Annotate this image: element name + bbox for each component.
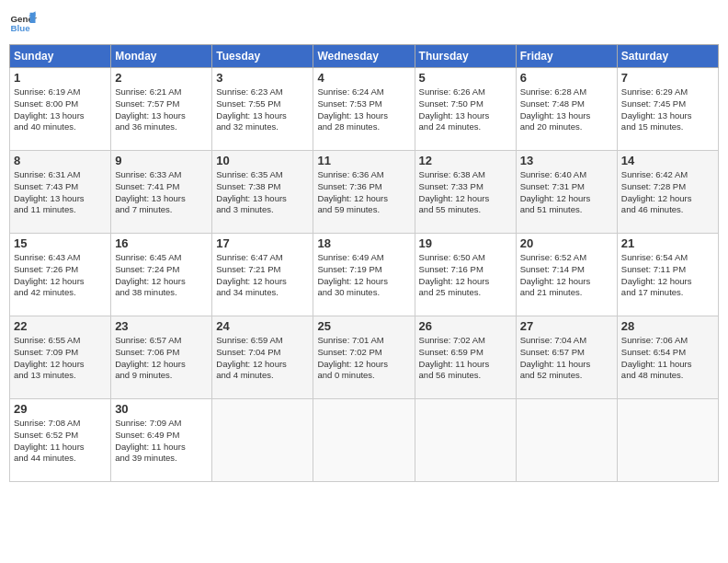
weekday-header-saturday: Saturday: [617, 45, 718, 68]
calendar-cell: 14 Sunrise: 6:42 AM Sunset: 7:28 PM Dayl…: [617, 151, 718, 234]
calendar-cell: 18 Sunrise: 6:49 AM Sunset: 7:19 PM Dayl…: [313, 234, 415, 316]
calendar-cell: 2 Sunrise: 6:21 AM Sunset: 7:57 PM Dayli…: [111, 68, 212, 151]
day-number: 4: [317, 71, 410, 85]
day-number: 18: [317, 236, 410, 250]
calendar-cell: 8 Sunrise: 6:31 AM Sunset: 7:43 PM Dayli…: [10, 151, 111, 234]
day-number: 12: [419, 154, 512, 167]
day-info: Sunrise: 7:06 AM Sunset: 6:54 PM Dayligh…: [621, 335, 714, 382]
day-number: 24: [216, 319, 309, 333]
calendar-table: SundayMondayTuesdayWednesdayThursdayFrid…: [9, 44, 719, 482]
calendar-cell: 9 Sunrise: 6:33 AM Sunset: 7:41 PM Dayli…: [111, 151, 212, 234]
calendar-cell: 19 Sunrise: 6:50 AM Sunset: 7:16 PM Dayl…: [415, 234, 516, 316]
calendar-cell: [415, 399, 516, 482]
calendar-cell: [617, 399, 718, 482]
day-number: 16: [115, 236, 208, 250]
calendar-cell: 17 Sunrise: 6:47 AM Sunset: 7:21 PM Dayl…: [212, 234, 313, 316]
day-info: Sunrise: 6:21 AM Sunset: 7:57 PM Dayligh…: [115, 86, 208, 133]
day-number: 20: [520, 236, 613, 250]
day-number: 29: [14, 402, 107, 416]
day-info: Sunrise: 6:59 AM Sunset: 7:04 PM Dayligh…: [216, 335, 309, 382]
day-info: Sunrise: 6:36 AM Sunset: 7:36 PM Dayligh…: [317, 169, 410, 216]
day-number: 25: [317, 319, 410, 333]
day-info: Sunrise: 7:08 AM Sunset: 6:52 PM Dayligh…: [14, 418, 107, 465]
day-info: Sunrise: 6:52 AM Sunset: 7:14 PM Dayligh…: [520, 252, 613, 299]
day-info: Sunrise: 6:47 AM Sunset: 7:21 PM Dayligh…: [216, 252, 309, 299]
day-info: Sunrise: 6:50 AM Sunset: 7:16 PM Dayligh…: [419, 252, 512, 299]
day-info: Sunrise: 6:49 AM Sunset: 7:19 PM Dayligh…: [317, 252, 410, 299]
weekday-header-friday: Friday: [516, 45, 617, 68]
calendar-cell: 25 Sunrise: 7:01 AM Sunset: 7:02 PM Dayl…: [313, 316, 415, 399]
day-number: 7: [621, 71, 714, 85]
day-number: 28: [621, 319, 714, 333]
weekday-header-wednesday: Wednesday: [313, 45, 415, 68]
day-number: 17: [216, 236, 309, 250]
day-number: 14: [621, 154, 714, 167]
day-number: 22: [14, 319, 107, 333]
calendar-cell: 15 Sunrise: 6:43 AM Sunset: 7:26 PM Dayl…: [10, 234, 111, 316]
day-info: Sunrise: 6:43 AM Sunset: 7:26 PM Dayligh…: [14, 252, 107, 299]
calendar-cell: 30 Sunrise: 7:09 AM Sunset: 6:49 PM Dayl…: [111, 399, 212, 482]
weekday-header-thursday: Thursday: [415, 45, 516, 68]
day-number: 23: [115, 319, 208, 333]
calendar-cell: 16 Sunrise: 6:45 AM Sunset: 7:24 PM Dayl…: [111, 234, 212, 316]
calendar-cell: 12 Sunrise: 6:38 AM Sunset: 7:33 PM Dayl…: [415, 151, 516, 234]
calendar-cell: 24 Sunrise: 6:59 AM Sunset: 7:04 PM Dayl…: [212, 316, 313, 399]
day-number: 5: [419, 71, 512, 85]
day-info: Sunrise: 6:55 AM Sunset: 7:09 PM Dayligh…: [14, 335, 107, 382]
calendar-cell: 28 Sunrise: 7:06 AM Sunset: 6:54 PM Dayl…: [617, 316, 718, 399]
weekday-header-tuesday: Tuesday: [212, 45, 313, 68]
calendar-cell: 13 Sunrise: 6:40 AM Sunset: 7:31 PM Dayl…: [516, 151, 617, 234]
day-number: 13: [520, 154, 613, 167]
calendar-cell: 23 Sunrise: 6:57 AM Sunset: 7:06 PM Dayl…: [111, 316, 212, 399]
calendar-cell: 6 Sunrise: 6:28 AM Sunset: 7:48 PM Dayli…: [516, 68, 617, 151]
day-number: 8: [14, 154, 107, 167]
day-info: Sunrise: 7:09 AM Sunset: 6:49 PM Dayligh…: [115, 418, 208, 465]
logo: General Blue: [9, 9, 37, 37]
svg-text:Blue: Blue: [11, 23, 31, 33]
calendar-cell: 5 Sunrise: 6:26 AM Sunset: 7:50 PM Dayli…: [415, 68, 516, 151]
day-number: 9: [115, 154, 208, 167]
day-number: 21: [621, 236, 714, 250]
calendar-cell: [516, 399, 617, 482]
calendar-cell: 1 Sunrise: 6:19 AM Sunset: 8:00 PM Dayli…: [10, 68, 111, 151]
day-info: Sunrise: 6:54 AM Sunset: 7:11 PM Dayligh…: [621, 252, 714, 299]
day-info: Sunrise: 6:19 AM Sunset: 8:00 PM Dayligh…: [14, 86, 107, 133]
calendar-cell: 29 Sunrise: 7:08 AM Sunset: 6:52 PM Dayl…: [10, 399, 111, 482]
day-info: Sunrise: 6:26 AM Sunset: 7:50 PM Dayligh…: [419, 86, 512, 133]
day-number: 3: [216, 71, 309, 85]
calendar-cell: 11 Sunrise: 6:36 AM Sunset: 7:36 PM Dayl…: [313, 151, 415, 234]
day-number: 1: [14, 71, 107, 85]
calendar-cell: 10 Sunrise: 6:35 AM Sunset: 7:38 PM Dayl…: [212, 151, 313, 234]
calendar-cell: 20 Sunrise: 6:52 AM Sunset: 7:14 PM Dayl…: [516, 234, 617, 316]
calendar-cell: 22 Sunrise: 6:55 AM Sunset: 7:09 PM Dayl…: [10, 316, 111, 399]
day-number: 27: [520, 319, 613, 333]
day-info: Sunrise: 6:35 AM Sunset: 7:38 PM Dayligh…: [216, 169, 309, 216]
day-info: Sunrise: 6:57 AM Sunset: 7:06 PM Dayligh…: [115, 335, 208, 382]
day-number: 15: [14, 236, 107, 250]
day-info: Sunrise: 7:04 AM Sunset: 6:57 PM Dayligh…: [520, 335, 613, 382]
day-info: Sunrise: 6:24 AM Sunset: 7:53 PM Dayligh…: [317, 86, 410, 133]
calendar-cell: 3 Sunrise: 6:23 AM Sunset: 7:55 PM Dayli…: [212, 68, 313, 151]
day-number: 6: [520, 71, 613, 85]
day-info: Sunrise: 6:40 AM Sunset: 7:31 PM Dayligh…: [520, 169, 613, 216]
day-info: Sunrise: 6:31 AM Sunset: 7:43 PM Dayligh…: [14, 169, 107, 216]
day-info: Sunrise: 7:02 AM Sunset: 6:59 PM Dayligh…: [419, 335, 512, 382]
calendar-cell: [212, 399, 313, 482]
logo-icon: General Blue: [9, 9, 37, 37]
day-info: Sunrise: 6:29 AM Sunset: 7:45 PM Dayligh…: [621, 86, 714, 133]
day-info: Sunrise: 6:28 AM Sunset: 7:48 PM Dayligh…: [520, 86, 613, 133]
day-info: Sunrise: 6:38 AM Sunset: 7:33 PM Dayligh…: [419, 169, 512, 216]
day-number: 10: [216, 154, 309, 167]
day-info: Sunrise: 6:42 AM Sunset: 7:28 PM Dayligh…: [621, 169, 714, 216]
day-number: 30: [115, 402, 208, 416]
day-info: Sunrise: 6:45 AM Sunset: 7:24 PM Dayligh…: [115, 252, 208, 299]
calendar-cell: 21 Sunrise: 6:54 AM Sunset: 7:11 PM Dayl…: [617, 234, 718, 316]
weekday-header-sunday: Sunday: [10, 45, 111, 68]
calendar-cell: 7 Sunrise: 6:29 AM Sunset: 7:45 PM Dayli…: [617, 68, 718, 151]
calendar-cell: [313, 399, 415, 482]
day-number: 26: [419, 319, 512, 333]
day-info: Sunrise: 7:01 AM Sunset: 7:02 PM Dayligh…: [317, 335, 410, 382]
day-number: 2: [115, 71, 208, 85]
day-info: Sunrise: 6:33 AM Sunset: 7:41 PM Dayligh…: [115, 169, 208, 216]
calendar-cell: 4 Sunrise: 6:24 AM Sunset: 7:53 PM Dayli…: [313, 68, 415, 151]
